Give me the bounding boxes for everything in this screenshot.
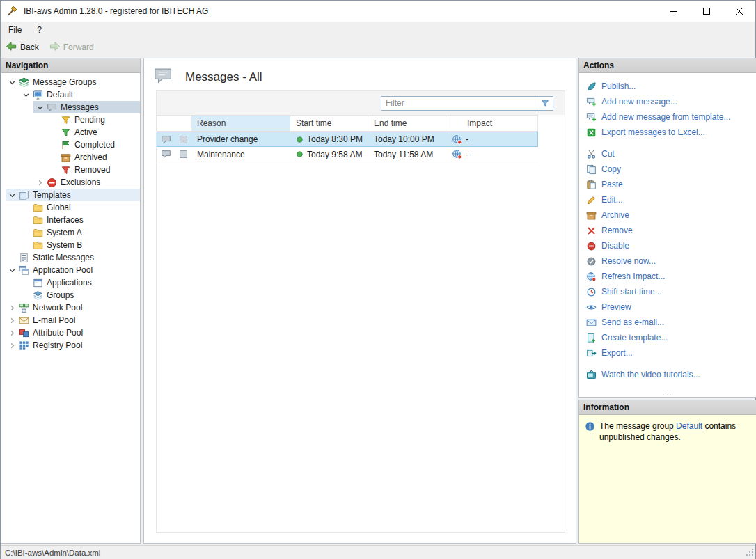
action-send-as-e-mail[interactable]: Send as e-mail... (579, 315, 756, 330)
maximize-button[interactable] (690, 1, 723, 22)
action-add-new-message-from-template[interactable]: Add new message from template... (579, 109, 756, 125)
table-row[interactable]: Provider changeToday 8:30 PMToday 10:00 … (157, 132, 538, 147)
action-copy[interactable]: Copy (579, 162, 756, 177)
action-export-messages-to-excel[interactable]: Export messages to Excel... (579, 125, 756, 140)
tree-item-templates[interactable]: Templates (1, 189, 140, 201)
tree-item-pending[interactable]: Pending (1, 113, 140, 126)
tree-item-label: Applications (44, 278, 92, 288)
minimize-button[interactable] (657, 1, 690, 22)
window-controls (657, 1, 755, 22)
app-icon (7, 6, 18, 17)
start-time-text: Today 9:58 AM (307, 150, 362, 159)
tree-item-default[interactable]: Default (1, 88, 140, 101)
menu-help[interactable]: ? (29, 22, 49, 38)
status-green-dot-icon (296, 136, 304, 143)
action-archive[interactable]: Archive (579, 207, 756, 223)
tree-item-applications[interactable]: Applications (1, 276, 140, 289)
templates-icon (18, 190, 30, 200)
forward-button[interactable]: Forward (44, 39, 99, 56)
tree-item-attribute-pool[interactable]: Attribute Pool (1, 326, 140, 339)
chevron-down-icon[interactable] (6, 77, 18, 88)
tree-item-label: Completed (72, 140, 115, 150)
action-preview[interactable]: Preview (579, 299, 756, 315)
tree-item-messages[interactable]: Messages (1, 101, 140, 113)
action-create-template[interactable]: Create template... (579, 330, 756, 345)
chevron-down-icon[interactable] (33, 102, 46, 113)
groups-icon (32, 290, 44, 301)
action-refresh-impact[interactable]: Refresh Impact... (579, 269, 756, 284)
back-button[interactable]: Back (1, 39, 44, 56)
folder-icon (32, 203, 44, 213)
message-groups-icon (18, 77, 30, 88)
active-icon (60, 127, 72, 138)
chevron-right-icon[interactable] (6, 303, 18, 313)
message-row-icon (157, 147, 175, 162)
start-time-text: Today 8:30 PM (307, 134, 363, 144)
tree-item-system-b[interactable]: System B (1, 239, 140, 251)
resize-grip-icon[interactable] (745, 547, 754, 558)
tree-item-message-groups[interactable]: Message Groups (1, 76, 140, 88)
tree-item-registry-pool[interactable]: Registry Pool (1, 339, 140, 352)
column-header-impact[interactable]: Impact (446, 116, 538, 131)
action-cut[interactable]: Cut (579, 146, 756, 162)
column-header-spacer (157, 116, 175, 131)
chevron-right-icon[interactable] (33, 178, 46, 188)
action-disable[interactable]: Disable (579, 238, 756, 253)
action-label: Export messages to Excel... (601, 127, 705, 137)
tree-item-label: Message Groups (30, 77, 96, 87)
tree-item-global[interactable]: Global (1, 201, 140, 214)
action-export[interactable]: Export... (579, 345, 756, 361)
send-email-icon (586, 317, 597, 328)
menu-file[interactable]: File (1, 22, 29, 38)
application-pool-icon (18, 265, 30, 276)
action-edit[interactable]: Edit... (579, 192, 756, 207)
tree-item-label: Removed (72, 165, 110, 175)
chevron-right-icon[interactable] (6, 315, 18, 326)
filter-funnel-icon[interactable] (537, 97, 553, 110)
actions-overflow-indicator[interactable]: ... (579, 388, 756, 397)
action-paste[interactable]: Paste (579, 177, 756, 192)
action-remove[interactable]: Remove (579, 223, 756, 238)
action-publish[interactable]: Publish... (579, 79, 756, 94)
message-row-icon (157, 132, 175, 147)
table-header-row: ReasonStart timeEnd timeImpact (157, 115, 538, 132)
status-bar: C:\IBI-aws\Admin\Data.xml (1, 545, 755, 559)
video-icon (586, 370, 597, 380)
tree-item-groups[interactable]: Groups (1, 289, 140, 301)
tree-item-label: Archived (72, 152, 107, 162)
chevron-down-icon[interactable] (19, 90, 32, 100)
tree-item-application-pool[interactable]: Application Pool (1, 264, 140, 276)
column-header-end-time[interactable]: End time (368, 116, 446, 131)
action-watch-the-video-tutorials[interactable]: Watch the video-tutorials... (579, 367, 756, 382)
tree-item-label: Network Pool (30, 303, 82, 313)
tree-item-network-pool[interactable]: Network Pool (1, 301, 140, 314)
default-icon (32, 90, 44, 100)
filter-input[interactable] (381, 98, 537, 108)
tree-item-completed[interactable]: Completed (1, 139, 140, 151)
action-add-new-message[interactable]: Add new message... (579, 94, 756, 109)
tree-item-e-mail-pool[interactable]: E-mail Pool (1, 314, 140, 326)
tree-item-system-a[interactable]: System A (1, 226, 140, 239)
action-shift-start-time[interactable]: Shift start time... (579, 284, 756, 299)
chevron-right-icon[interactable] (6, 340, 18, 351)
table-row[interactable]: MaintenanceToday 9:58 AMToday 11:58 AM- (157, 147, 538, 162)
chevron-down-icon[interactable] (6, 265, 18, 276)
archive-icon (586, 210, 597, 221)
row-checkbox[interactable] (175, 147, 191, 162)
tree-item-removed[interactable]: Removed (1, 164, 140, 176)
close-button[interactable] (723, 1, 755, 22)
tree-item-interfaces[interactable]: Interfaces (1, 214, 140, 226)
default-group-link[interactable]: Default (676, 421, 702, 431)
tree-item-archived[interactable]: Archived (1, 151, 140, 164)
column-header-reason[interactable]: Reason (191, 116, 290, 131)
tree-item-exclusions[interactable]: Exclusions (1, 176, 140, 189)
action-resolve-now[interactable]: Resolve now... (579, 253, 756, 269)
column-header-start-time[interactable]: Start time (290, 116, 368, 131)
tree-item-active[interactable]: Active (1, 126, 140, 139)
messages-icon (46, 102, 58, 113)
chevron-right-icon[interactable] (6, 328, 18, 338)
chevron-down-icon[interactable] (6, 190, 18, 200)
paste-icon (586, 180, 597, 190)
row-checkbox[interactable] (175, 132, 191, 147)
tree-item-static-messages[interactable]: Static Messages (1, 251, 140, 264)
